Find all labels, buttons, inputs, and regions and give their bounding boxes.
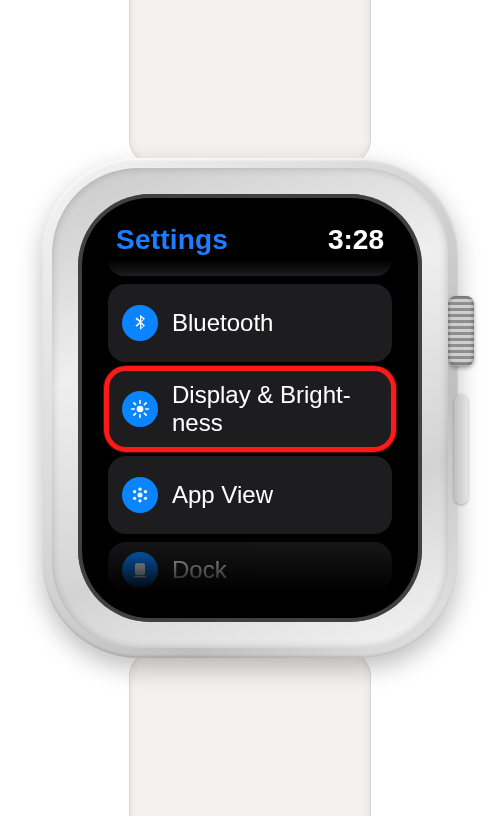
svg-line-6	[144, 413, 146, 415]
svg-point-14	[133, 497, 136, 500]
dock-icon	[122, 552, 158, 588]
watch-screen: Settings 3:28 Bluetooth	[98, 214, 402, 602]
svg-point-10	[138, 488, 141, 491]
svg-line-8	[144, 403, 146, 405]
svg-point-9	[138, 493, 143, 498]
row-app-view[interactable]: App View	[108, 456, 392, 534]
svg-point-15	[144, 497, 147, 500]
status-bar: Settings 3:28	[98, 214, 402, 260]
back-to-settings[interactable]: Settings	[116, 224, 228, 256]
svg-point-12	[133, 490, 136, 493]
watch-assembly: Settings 3:28 Bluetooth	[0, 0, 500, 816]
clock-time: 3:28	[328, 224, 384, 256]
svg-point-13	[144, 490, 147, 493]
digital-crown[interactable]	[448, 296, 474, 366]
svg-line-5	[134, 403, 136, 405]
row-bluetooth[interactable]: Bluetooth	[108, 284, 392, 362]
side-button[interactable]	[454, 394, 468, 504]
settings-list[interactable]: Bluetooth	[98, 260, 402, 598]
app-view-icon	[122, 477, 158, 513]
row-dock-label: Dock	[172, 556, 227, 584]
brightness-icon	[122, 391, 158, 427]
svg-line-7	[134, 413, 136, 415]
previous-row-peek	[108, 260, 392, 276]
bluetooth-icon	[122, 305, 158, 341]
row-dock[interactable]: Dock	[108, 542, 392, 598]
watch-case: Settings 3:28 Bluetooth	[42, 158, 458, 658]
row-display-brightness-label: Display & Bright­ness	[172, 381, 378, 436]
row-display-brightness[interactable]: Display & Bright­ness	[108, 370, 392, 448]
watch-bezel: Settings 3:28 Bluetooth	[78, 194, 422, 622]
watch-band-bottom	[129, 646, 371, 816]
svg-rect-16	[135, 563, 145, 575]
row-bluetooth-label: Bluetooth	[172, 309, 273, 337]
svg-rect-17	[134, 576, 146, 578]
row-app-view-label: App View	[172, 481, 273, 509]
svg-point-11	[138, 499, 141, 502]
watch-band-top	[129, 0, 371, 170]
watch-case-inner: Settings 3:28 Bluetooth	[52, 168, 448, 648]
svg-point-0	[137, 406, 144, 413]
